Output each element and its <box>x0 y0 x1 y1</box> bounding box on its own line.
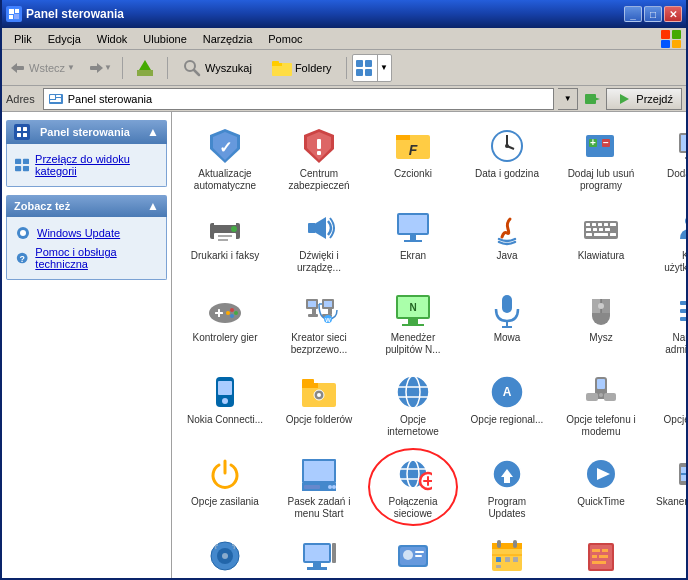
svg-rect-77 <box>218 239 228 241</box>
address-field[interactable]: Panel sterowania <box>43 88 555 110</box>
icon-item-accessibility[interactable]: Opcje ułatwi... <box>650 366 686 444</box>
svg-rect-156 <box>586 393 598 401</box>
svg-point-98 <box>685 216 686 226</box>
icon-item-speech[interactable]: Mowa <box>462 284 552 362</box>
icon-label-prog-updates: Program Updates <box>468 496 546 520</box>
back-label: Wstecz <box>29 62 65 74</box>
computer-add-icon <box>675 126 686 166</box>
icon-item-add-remove[interactable]: + − Dodaj lub usuń programy <box>556 120 646 198</box>
icon-item-phone-modem[interactable]: Opcje telefonu i modemu <box>556 366 646 444</box>
icon-item-scanners[interactable]: Skanery i aparaty fo... <box>650 448 686 526</box>
svg-line-18 <box>194 70 199 75</box>
svg-rect-13 <box>137 70 153 72</box>
go-button[interactable]: Przejdź <box>606 88 682 110</box>
icon-item-network-conn[interactable]: Połączenia sieciowe <box>368 448 458 526</box>
icon-item-admin-tools[interactable]: Narzędzia administrac... <box>650 284 686 362</box>
svg-point-103 <box>230 308 234 312</box>
icon-item-java[interactable]: Java <box>462 202 552 280</box>
icon-item-game-ctrl[interactable]: Kontrolery gier <box>180 284 270 362</box>
svg-rect-25 <box>365 69 372 76</box>
folders-button[interactable]: Foldery <box>263 54 341 82</box>
sidebar-see-also-header[interactable]: Zobacz też ▲ <box>6 195 167 217</box>
search-button[interactable]: Wyszukaj <box>173 54 261 82</box>
icon-item-sound-effect[interactable]: Sound Effect Manager <box>180 530 270 578</box>
icon-item-prog-updates[interactable]: Program Updates <box>462 448 552 526</box>
window-icon <box>6 6 22 22</box>
icon-item-accounts[interactable]: Konta użytkowników <box>650 202 686 280</box>
icon-item-security-center[interactable]: Centrum zabezpieczeń <box>274 120 364 198</box>
svg-rect-74 <box>214 233 236 243</box>
icon-item-quicktime[interactable]: QuickTime <box>556 448 646 526</box>
menu-help[interactable]: Pomoc <box>260 31 310 47</box>
minimize-button[interactable]: _ <box>624 6 642 22</box>
icon-item-nokia[interactable]: Nokia Connecti... <box>180 366 270 444</box>
power-icon <box>205 454 245 494</box>
icon-item-desktop-mgr[interactable]: N Menedżer pulpitów N... <box>368 284 458 362</box>
svg-rect-35 <box>23 127 27 131</box>
icon-item-printers[interactable]: Drukarki i faksy <box>180 202 270 280</box>
svg-rect-121 <box>402 324 424 326</box>
icon-label-display: Ekran <box>400 250 426 262</box>
menu-favorites[interactable]: Ulubione <box>135 31 194 47</box>
svg-text:−: − <box>603 137 609 148</box>
up-button[interactable] <box>128 53 162 83</box>
svg-rect-1 <box>9 9 14 14</box>
icon-item-system[interactable]: System <box>274 530 364 578</box>
icon-item-folder-options[interactable]: Opcje folderów <box>274 366 364 444</box>
add-remove-icon: + − <box>581 126 621 166</box>
cardspace-icon <box>393 536 433 576</box>
icon-label-network-conn: Połączenia sieciowe <box>374 496 452 520</box>
icon-item-sounds[interactable]: Dźwięki i urządzę... <box>274 202 364 280</box>
icon-item-power[interactable]: Opcje zasilania <box>180 448 270 526</box>
svg-rect-14 <box>137 72 153 76</box>
view-dropdown-icon[interactable]: ▼ <box>377 55 391 81</box>
sidebar-windows-update-link[interactable]: Windows Update <box>15 223 158 243</box>
menu-edit[interactable]: Edycja <box>40 31 89 47</box>
font-folder-icon: F <box>393 126 433 166</box>
icon-item-datetime[interactable]: Data i godzina <box>462 120 552 198</box>
icon-item-taskbar[interactable]: Pasek zadań i menu Start <box>274 448 364 526</box>
svg-rect-2 <box>15 9 19 13</box>
icon-item-display[interactable]: Ekran <box>368 202 458 280</box>
monitor-icon <box>393 208 433 248</box>
menu-file[interactable]: Plik <box>6 31 40 47</box>
sidebar-panel-header-inner: Panel sterowania <box>14 124 130 140</box>
folder-options-icon <box>299 372 339 412</box>
icon-item-cardspace[interactable]: Windows CardSpace <box>368 530 458 578</box>
view-button[interactable]: ▼ <box>352 54 392 82</box>
icon-item-add-hardware[interactable]: Dodaj sprzęt <box>650 120 686 198</box>
sidebar-panel-header[interactable]: Panel sterowania ▲ <box>6 120 167 144</box>
sidebar-help-link[interactable]: ? Pomoc i obsługa techniczna <box>15 243 158 273</box>
icon-item-internet-options[interactable]: Opcje internetowe <box>368 366 458 444</box>
icon-item-firewall[interactable]: Zapora syste... <box>556 530 646 578</box>
shield-check-icon: ✓ <box>205 126 245 166</box>
svg-rect-199 <box>415 551 424 553</box>
icon-item-mouse[interactable]: Mysz <box>556 284 646 362</box>
back-group: Wstecz ▼ <box>6 53 80 83</box>
icon-item-network-wizard[interactable]: w Kreator sieci bezprzewo... <box>274 284 364 362</box>
accessibility-icon <box>675 372 686 412</box>
svg-rect-203 <box>497 540 501 548</box>
firewall-icon <box>581 536 621 576</box>
svg-point-78 <box>231 226 237 232</box>
back-button[interactable]: Wstecz ▼ <box>6 53 80 83</box>
icon-label-game-ctrl: Kontrolery gier <box>192 332 257 344</box>
svg-text:+: + <box>590 137 596 148</box>
icon-item-fonts[interactable]: F Czcionki <box>368 120 458 198</box>
sidebar-switch-view-link[interactable]: Przełącz do widoku kategorii <box>15 150 158 180</box>
svg-rect-22 <box>356 60 363 67</box>
svg-rect-206 <box>496 557 501 562</box>
icon-item-keyboard[interactable]: Klawiatura <box>556 202 646 280</box>
forward-button[interactable]: ▼ <box>82 53 117 83</box>
icon-item-auto-updates[interactable]: ✓ Aktualizacje automatyczne <box>180 120 270 198</box>
menu-view[interactable]: Widok <box>89 31 136 47</box>
svg-rect-214 <box>592 555 597 558</box>
close-button[interactable]: ✕ <box>664 6 682 22</box>
svg-point-168 <box>328 485 332 489</box>
maximize-button[interactable]: □ <box>644 6 662 22</box>
address-dropdown[interactable]: ▼ <box>558 88 578 110</box>
icon-item-regional[interactable]: A Opcje regional... <box>462 366 552 444</box>
icon-item-scheduled[interactable]: Zaplanowane zadania <box>462 530 552 578</box>
sidebar-panel-collapse-icon: ▲ <box>147 125 159 139</box>
menu-tools[interactable]: Narzędzia <box>195 31 261 47</box>
